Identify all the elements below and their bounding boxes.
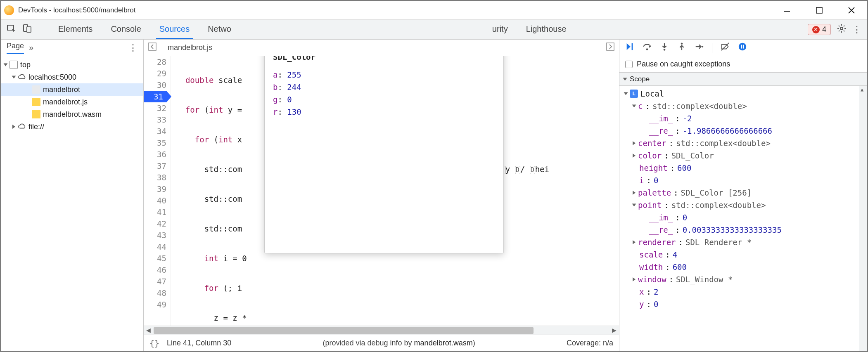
chevron-right-icon	[633, 240, 636, 244]
tree-file-wasm[interactable]: mandelbrot.wasm	[1, 108, 143, 120]
scope-var-color[interactable]: color: SDL_Color	[619, 149, 867, 162]
scope-var-window[interactable]: window: SDL_Window *	[619, 273, 867, 286]
chevron-down-icon	[4, 64, 8, 66]
scope-var-point-im[interactable]: __im_: 0	[619, 211, 867, 224]
chevron-down-icon	[632, 204, 636, 207]
tree-host[interactable]: localhost:5000	[1, 71, 143, 83]
tree-top[interactable]: top	[1, 59, 143, 71]
scroll-right-icon[interactable]: ▶	[612, 327, 617, 333]
sourcemap-link[interactable]: mandelbrot.wasm	[414, 339, 473, 347]
nav-forward-icon[interactable]	[606, 42, 615, 53]
deactivate-breakpoints-icon[interactable]	[721, 42, 730, 53]
scope-var-x[interactable]: x: 2	[619, 286, 867, 298]
chevron-down-icon	[623, 78, 627, 80]
popup-row: b: 244	[273, 83, 495, 95]
checkbox[interactable]	[625, 61, 633, 68]
tab-security[interactable]: urity	[489, 20, 511, 39]
nav-back-icon[interactable]	[148, 42, 157, 53]
tab-elements[interactable]: Elements	[55, 20, 96, 39]
step-into-icon[interactable]	[660, 42, 669, 53]
pause-on-caught[interactable]: Pause on caught exceptions	[619, 56, 867, 73]
breakpoint-marker: 31	[144, 91, 166, 102]
chevron-right-icon[interactable]: »	[29, 43, 33, 52]
maximize-button[interactable]	[811, 4, 828, 17]
navigator-more-icon[interactable]: ⋮	[128, 43, 138, 53]
scope-var-renderer[interactable]: renderer: SDL_Renderer *	[619, 236, 867, 248]
svg-point-7	[840, 27, 843, 30]
chevron-right-icon	[633, 277, 636, 281]
device-toggle-icon[interactable]	[22, 24, 32, 35]
step-over-icon[interactable]	[643, 42, 652, 53]
svg-rect-8	[149, 43, 156, 50]
scope-var-width[interactable]: width: 600	[619, 261, 867, 273]
wasm-file-icon	[32, 110, 40, 118]
scope-var-point-re[interactable]: __re_: 0.0033333333333333335	[619, 224, 867, 236]
vertical-scrollbar[interactable]: ▲	[859, 86, 867, 351]
chevron-down-icon	[624, 92, 628, 95]
divider	[44, 24, 44, 35]
scope-var-c-re[interactable]: __re_: -1.9866666666666666	[619, 125, 867, 137]
scope-var-center[interactable]: center: std::complex<double>	[619, 137, 867, 149]
cursor-position: Line 41, Column 30	[167, 339, 231, 347]
step-icon[interactable]	[695, 42, 704, 53]
editor-pane: mandelbrot.js 28 29 30 31 32 33 34 35 36…	[144, 40, 619, 351]
divider	[712, 43, 712, 53]
scope-var-i[interactable]: i: 0	[619, 174, 867, 187]
chevron-down-icon	[632, 105, 636, 108]
error-badge[interactable]: ✕4	[808, 24, 831, 35]
scope-body: LLocal c: std::complex<double> __im_: -2…	[619, 86, 867, 351]
close-button[interactable]	[843, 4, 860, 17]
scope-var-height[interactable]: height: 600	[619, 162, 867, 174]
svg-point-13	[681, 43, 683, 45]
coverage-status: Coverage: n/a	[567, 339, 613, 347]
scope-var-point[interactable]: point: std::complex<double>	[619, 199, 867, 211]
resume-icon[interactable]	[625, 42, 634, 53]
horizontal-scrollbar[interactable]: ◀ ▶	[144, 326, 619, 335]
devtools-app-icon	[4, 5, 14, 15]
debugger-pane: Pause on caught exceptions Scope LLocal …	[619, 40, 867, 351]
svg-point-14	[702, 46, 703, 47]
scope-var-y[interactable]: y: 0	[619, 298, 867, 310]
chevron-down-icon	[12, 76, 16, 79]
titlebar: DevTools - localhost:5000/mandelbrot	[1, 1, 867, 20]
tree-file-js[interactable]: mandelbrot.js	[1, 96, 143, 108]
svg-rect-17	[741, 45, 742, 48]
scope-local[interactable]: LLocal	[619, 87, 867, 100]
scope-var-scale[interactable]: scale: 4	[619, 248, 867, 261]
file-tab[interactable]: mandelbrot.js	[164, 43, 216, 52]
tree-file-scheme[interactable]: file://	[1, 120, 143, 133]
window-controls	[779, 4, 864, 17]
tab-lighthouse[interactable]: Lighthouse	[523, 20, 570, 39]
step-out-icon[interactable]	[677, 42, 686, 53]
svg-rect-18	[743, 45, 744, 48]
svg-point-12	[664, 49, 666, 51]
settings-gear-icon[interactable]	[837, 24, 847, 35]
chevron-right-icon	[633, 191, 636, 195]
tree-file-mandelbrot[interactable]: mandelbrot	[1, 83, 143, 96]
tab-network[interactable]: Netwo	[204, 20, 235, 39]
frame-icon	[9, 61, 18, 69]
scope-var-c-im[interactable]: __im_: -2	[619, 112, 867, 125]
local-badge-icon: L	[630, 90, 638, 98]
chevron-right-icon	[633, 141, 636, 145]
tabbar: Elements Console Sources Netwo urity Lig…	[1, 20, 867, 40]
more-menu-icon[interactable]: ⋮	[852, 24, 861, 35]
scope-header[interactable]: Scope	[619, 73, 867, 86]
debugger-toolbar	[619, 40, 867, 56]
scroll-left-icon[interactable]: ◀	[146, 327, 151, 333]
popup-row: r: 130	[273, 107, 495, 120]
scope-var-c[interactable]: c: std::complex<double>	[619, 100, 867, 112]
pause-exceptions-icon[interactable]	[738, 42, 747, 53]
svg-point-16	[739, 43, 746, 50]
tab-sources[interactable]: Sources	[156, 20, 193, 39]
sources-navigator: Page » ⋮ top localhost:5000 mandelbrot m…	[1, 40, 144, 351]
line-gutter[interactable]: 28 29 30 31 32 33 34 35 36 37 38 39 40 4…	[144, 56, 171, 326]
navigator-page-tab[interactable]: Page	[7, 42, 24, 54]
scope-var-palette[interactable]: palette: SDL_Color [256]	[619, 187, 867, 199]
scrollbar-thumb[interactable]	[154, 327, 534, 334]
minimize-button[interactable]	[779, 4, 795, 17]
tab-console[interactable]: Console	[107, 20, 144, 39]
inspect-element-icon[interactable]	[7, 24, 17, 35]
svg-rect-1	[816, 7, 822, 13]
pretty-print-icon[interactable]: {}	[149, 338, 159, 348]
